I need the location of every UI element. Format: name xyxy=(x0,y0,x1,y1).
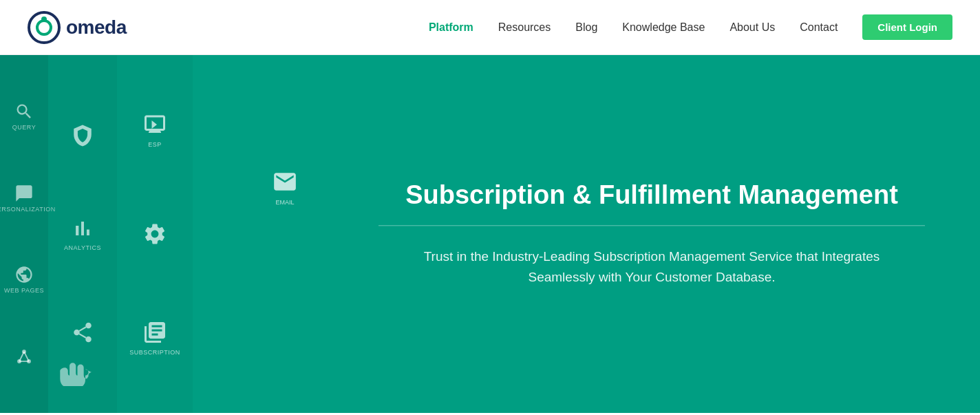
personalization-label: PERSONALIZATION xyxy=(0,206,56,213)
nav-resources[interactable]: Resources xyxy=(498,21,551,34)
header: omeda Platform Resources Blog Knowledge … xyxy=(0,0,980,55)
email-label: EMAIL xyxy=(275,199,294,206)
chat-icon xyxy=(14,184,34,203)
shield-icon-item xyxy=(71,124,94,147)
hero-section: QUERY PERSONALIZATION WEB PAGES xyxy=(0,55,980,413)
svg-line-6 xyxy=(19,352,24,361)
email-icon-item: EMAIL xyxy=(272,169,298,206)
hero-subtitle: Trust in the Industry-Leading Subscripti… xyxy=(418,246,886,288)
svg-line-7 xyxy=(24,352,29,361)
svg-line-12 xyxy=(79,334,86,338)
share-icon-item xyxy=(71,321,94,344)
nav-platform[interactable]: Platform xyxy=(429,21,473,34)
svg-point-11 xyxy=(85,336,92,342)
nodes-icon xyxy=(14,347,34,366)
hero-title: Subscription & Fulfillment Management xyxy=(379,180,925,211)
personalization-icon-item: PERSONALIZATION xyxy=(0,184,56,213)
esp-label: ESP xyxy=(148,141,162,148)
gear-icon xyxy=(142,222,167,246)
webpages-icon-item: WEB PAGES xyxy=(4,265,44,294)
analytics-label: ANALYTICS xyxy=(64,244,101,251)
webpages-label: WEB PAGES xyxy=(4,287,44,294)
svg-point-2 xyxy=(41,17,47,22)
subscription-icon-item: SUBSCRIPTION xyxy=(129,320,180,356)
nav-knowledge-base[interactable]: Knowledge Base xyxy=(622,21,705,34)
nodes-icon-item xyxy=(14,347,34,366)
nav-contact[interactable]: Contact xyxy=(800,21,838,34)
svg-point-9 xyxy=(85,322,92,328)
share-icon xyxy=(71,321,94,344)
globe-icon xyxy=(14,265,34,284)
subscription-icon xyxy=(142,320,167,345)
hero-content: Subscription & Fulfillment Management Tr… xyxy=(323,180,980,288)
logo-text: omeda xyxy=(66,17,127,39)
shield-icon xyxy=(71,124,94,147)
hand-icon-item xyxy=(58,359,96,389)
gear-icon-item xyxy=(142,222,167,246)
svg-point-10 xyxy=(74,329,80,335)
nav-blog[interactable]: Blog xyxy=(575,21,597,34)
subscription-label: SUBSCRIPTION xyxy=(129,349,180,356)
client-login-button[interactable]: Client Login xyxy=(862,14,952,40)
search-icon xyxy=(14,102,34,121)
hero-divider xyxy=(379,225,925,226)
hand-icon xyxy=(58,359,96,386)
svg-point-1 xyxy=(37,21,51,34)
esp-icon-item: ESP xyxy=(142,112,167,148)
nav-about-us[interactable]: About Us xyxy=(729,21,775,34)
logo-icon xyxy=(28,11,61,44)
analytics-icon-item: ANALYTICS xyxy=(64,217,101,251)
logo-area: omeda xyxy=(28,11,127,44)
esp-icon xyxy=(142,112,167,137)
main-nav: Platform Resources Blog Knowledge Base A… xyxy=(429,14,952,40)
query-icon-item: QUERY xyxy=(12,102,36,131)
panel-strip-left: QUERY PERSONALIZATION WEB PAGES xyxy=(0,55,48,413)
panel-strip-third: ESP SUBSCRIPTION xyxy=(117,55,193,413)
analytics-icon xyxy=(71,217,94,240)
query-label: QUERY xyxy=(12,124,36,131)
email-icon xyxy=(272,169,298,195)
svg-line-13 xyxy=(79,327,86,331)
